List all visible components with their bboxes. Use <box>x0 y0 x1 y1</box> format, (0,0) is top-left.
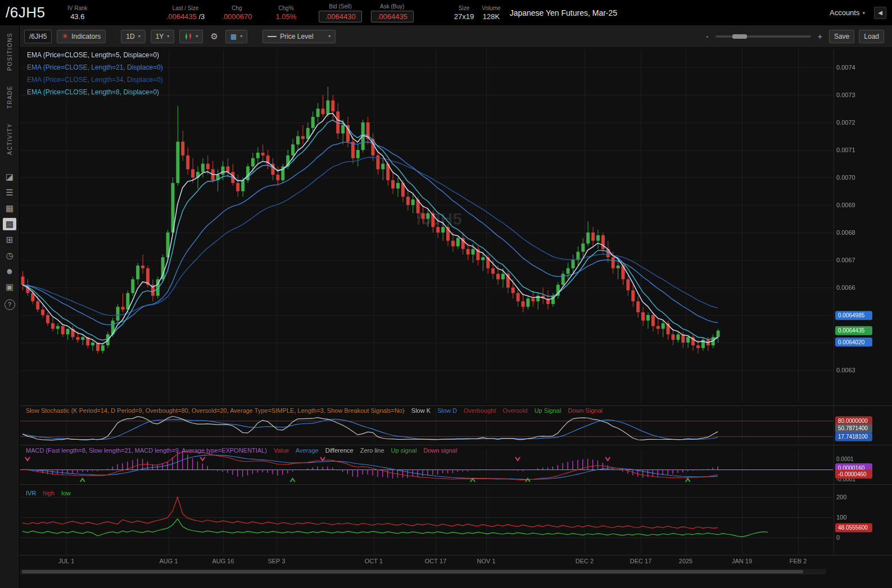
sidebar-tab-trade[interactable]: TRADE <box>7 85 13 108</box>
ema-5-legend[interactable]: EMA (Price=CLOSE, Length=5, Displace=0) <box>27 49 163 61</box>
chart-icon[interactable]: ▩ <box>3 218 16 230</box>
ask-stat: Ask (Buy) .0064435 <box>371 3 414 22</box>
price-level-line-icon <box>268 36 277 37</box>
ema-legend-block: EMA (Price=CLOSE, Length=5, Displace=0) … <box>27 49 163 98</box>
zoom-slider-thumb[interactable] <box>732 34 747 39</box>
chevron-down-icon: ▾ <box>862 10 865 16</box>
box-icon[interactable]: ▣ <box>3 281 16 293</box>
volume-stat: Volume 128K <box>482 4 500 21</box>
grid-icon: ▦ <box>230 33 237 40</box>
clock-icon[interactable]: ◷ <box>3 249 16 262</box>
list-icon[interactable]: ☰ <box>3 186 16 199</box>
bid-stat: Bid (Sell) .0064430 <box>319 3 361 22</box>
candlestick-icon <box>184 33 192 40</box>
ema-8-legend[interactable]: EMA (Price=CLOSE, Length=8, Displace=0) <box>27 86 163 98</box>
range-dropdown[interactable]: 1Y ▾ <box>151 30 175 43</box>
timeframe-dropdown[interactable]: 1D ▾ <box>121 30 145 43</box>
calendar-icon[interactable]: ▦ <box>3 202 16 215</box>
iv-rank-stat: IV Rank 43.6 <box>67 4 88 21</box>
chevron-down-icon: ▾ <box>240 34 242 39</box>
sidebar-tab-positions[interactable]: POSITIONS <box>7 33 13 71</box>
chevron-down-icon: ▾ <box>196 34 198 39</box>
chevron-down-icon: ▾ <box>138 34 141 39</box>
load-button[interactable]: Load <box>859 30 884 43</box>
ema-21-legend[interactable]: EMA (Price=CLOSE, Length=21, Displace=0) <box>27 61 163 74</box>
chg-stat: Chg .0000670 <box>221 4 252 21</box>
grid-layout-dropdown[interactable]: ▦ ▾ <box>225 30 247 43</box>
monitor-icon[interactable]: ◪ <box>3 171 16 183</box>
collapse-arrow-icon: ◀ <box>878 10 882 16</box>
bid-button[interactable]: .0064430 <box>319 11 361 22</box>
ema-34-legend[interactable]: EMA (Price=CLOSE, Length=34, Displace=0) <box>27 74 163 86</box>
indicators-icon: ✳ <box>62 32 68 40</box>
collapse-panel-button[interactable]: ◀ <box>874 7 886 19</box>
size-stat: Size 27x19 <box>454 4 474 21</box>
stochastic-title: Slow Stochastic (K Period=14, D Period=9… <box>26 407 405 414</box>
contract-title: Japanese Yen Futures, Mar-25 <box>510 8 617 17</box>
chg-pct-stat: Chg% 1.05% <box>276 4 297 21</box>
gear-icon: ⚙ <box>210 31 218 42</box>
people-icon[interactable]: ☻ <box>3 265 16 277</box>
ivr-legend[interactable]: IVR high low <box>26 490 76 496</box>
chart-settings-button[interactable]: ⚙ <box>208 30 220 43</box>
chart-symbol-input[interactable]: /6JH5 <box>24 30 52 43</box>
chart-toolbar: /6JH5 ✳ Indicators 1D ▾ 1Y ▾ ▾ ⚙ ▦ ▾ Pri… <box>20 25 892 48</box>
accounts-dropdown[interactable]: Accounts ▾ <box>830 8 865 17</box>
help-icon[interactable]: ? <box>4 299 15 310</box>
zoom-in-button[interactable]: + <box>818 32 822 41</box>
symbol-title: /6JH5 <box>6 4 55 21</box>
indicators-button[interactable]: ✳ Indicators <box>57 30 106 43</box>
chevron-down-icon: ▾ <box>328 34 330 39</box>
macd-title: MACD (Fast length=8, Slow length=21, MAC… <box>26 447 267 454</box>
horizontal-scrollbar-thumb[interactable] <box>22 570 803 573</box>
zoom-control: - + <box>706 32 822 41</box>
zoom-out-button[interactable]: - <box>706 32 709 41</box>
ask-button[interactable]: .0064435 <box>371 11 414 22</box>
chevron-down-icon: ▾ <box>167 34 169 39</box>
macd-legend[interactable]: MACD (Fast length=8, Slow length=21, MAC… <box>26 447 462 454</box>
drawing-tool-dropdown[interactable]: Price Level ▾ <box>262 30 336 43</box>
stochastic-legend[interactable]: Slow Stochastic (K Period=14, D Period=9… <box>26 407 608 414</box>
chart-type-dropdown[interactable]: ▾ <box>179 30 203 43</box>
last-size-stat: Last / Size .0064435 /3 <box>166 4 205 21</box>
apps-grid-icon[interactable]: ⊞ <box>3 234 16 246</box>
sidebar-tab-activity[interactable]: ACTIVITY <box>7 123 13 155</box>
horizontal-scrollbar[interactable] <box>20 569 826 575</box>
last-price: .0064435 <box>166 12 197 21</box>
ivr-title: IVR <box>26 490 36 496</box>
zoom-slider[interactable] <box>716 35 811 38</box>
last-size: /3 <box>198 12 205 21</box>
left-sidebar: POSITIONS TRADE ACTIVITY ◪ ☰ ▦ ▩ ⊞ ◷ ☻ ▣… <box>0 25 20 588</box>
quote-header: /6JH5 IV Rank 43.6 Last / Size .0064435 … <box>0 0 892 25</box>
save-button[interactable]: Save <box>829 30 854 43</box>
